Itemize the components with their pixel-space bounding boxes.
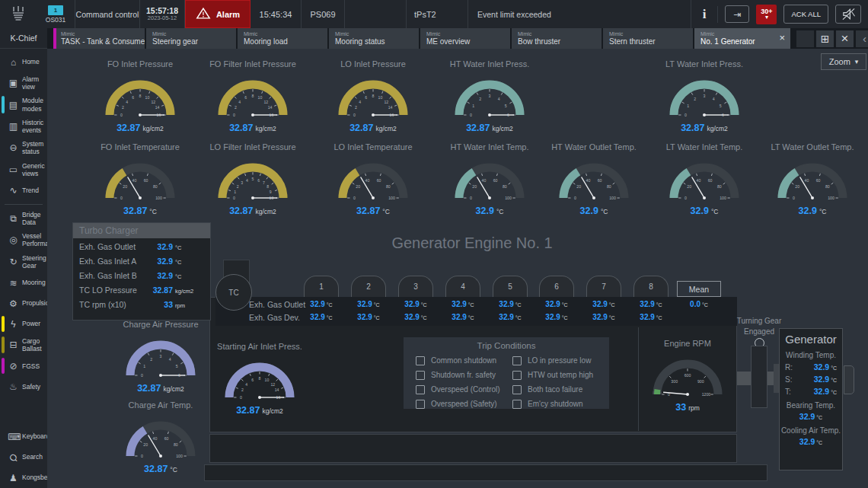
mimic-tab-mooring-load[interactable]: MimicMooring load bbox=[238, 28, 327, 49]
cooling-air-temp-label: Cooling Air Temp. bbox=[780, 426, 842, 435]
svg-text:60: 60 bbox=[598, 178, 602, 183]
sidebar-item-power[interactable]: ϟPower bbox=[0, 314, 47, 334]
fo-inlet-temperature-gauge: FO Inlet Temperature02040608010032.87°C bbox=[83, 142, 197, 216]
tab-label: Mooring status bbox=[335, 37, 419, 46]
alarm-view-icon: ▣ bbox=[8, 78, 19, 88]
svg-text:12: 12 bbox=[263, 100, 268, 104]
svg-text:0: 0 bbox=[240, 395, 242, 400]
zoom-button[interactable]: Zoom ▾ bbox=[821, 53, 866, 70]
lo-inlet-temperature-gauge: LO Inlet Temperature02040608010032.87°C bbox=[316, 142, 430, 216]
tab-tool-disabled-button[interactable] bbox=[796, 30, 814, 47]
checkbox[interactable] bbox=[416, 371, 425, 380]
sidebar-item-historic-events[interactable]: ▥Historic events bbox=[0, 116, 47, 137]
cylinder-2: 2 bbox=[351, 276, 386, 297]
checkbox[interactable] bbox=[512, 400, 522, 409]
sidebar-item-home[interactable]: ⌂Home bbox=[0, 52, 47, 72]
tab-kind-label: Mimic bbox=[518, 31, 602, 37]
sidebar-item-propulsion[interactable]: ⚙Propulsion bbox=[0, 293, 47, 314]
sidebar-item-module-modes[interactable]: ▤Module modes bbox=[0, 94, 47, 115]
gauge-title: HT Water Outlet Temp. bbox=[551, 142, 637, 154]
mimic-tab-no-1-generator[interactable]: MimicNo. 1 Generator× bbox=[694, 28, 790, 49]
sidebar-item-fgss[interactable]: ⊘FGSS bbox=[0, 356, 47, 376]
sidebar-item-trend[interactable]: ∿Trend bbox=[0, 180, 47, 201]
sidebar-item-generic-views[interactable]: ▭Generic views bbox=[0, 159, 47, 180]
sidebar-item-vessel-performan[interactable]: ◎Vessel Performan... bbox=[0, 229, 47, 250]
checkbox[interactable] bbox=[416, 400, 425, 409]
svg-text:10: 10 bbox=[145, 95, 150, 100]
trip-condition[interactable]: Shutdown fr. safety bbox=[416, 368, 512, 382]
checkbox[interactable] bbox=[512, 385, 522, 394]
cylinder-value: 32.9°C bbox=[347, 300, 390, 308]
tile-windows-icon[interactable]: ⊞ bbox=[816, 30, 834, 47]
trip-condition[interactable]: HTW out temp high bbox=[512, 368, 609, 382]
mimic-canvas: Zoom ▾ Generator Engine No. 1 TC 1234567… bbox=[47, 49, 868, 488]
trip-condition[interactable]: Both taco failure bbox=[512, 382, 609, 397]
svg-text:14: 14 bbox=[155, 105, 160, 110]
tab-label: Stern thruster bbox=[609, 37, 693, 46]
tag-field-2: tPsT2 bbox=[407, 0, 468, 28]
active-indicator bbox=[2, 336, 5, 353]
sidebar-item-label: Steering Gear bbox=[22, 254, 46, 270]
tab-label: Steering gear bbox=[152, 37, 236, 46]
gauge-value: 32.9°C bbox=[476, 206, 504, 216]
gauge-value: 32.87°C bbox=[144, 464, 177, 474]
alarm-count-badge[interactable]: 30+ ▾ bbox=[756, 5, 777, 24]
sidebar-item-alarm-view[interactable]: ▣Alarm view bbox=[0, 72, 47, 94]
bridge-data-icon: ⧉ bbox=[8, 213, 19, 224]
svg-text:40: 40 bbox=[586, 178, 591, 183]
info-icon[interactable]: i bbox=[698, 7, 711, 22]
svg-text:20: 20 bbox=[795, 184, 799, 189]
sidebar-item-mooring[interactable]: ≋Mooring bbox=[0, 273, 47, 293]
svg-text:2: 2 bbox=[694, 97, 696, 101]
bearing-temp-label: Bearing Temp. bbox=[780, 401, 842, 410]
checkbox[interactable] bbox=[416, 385, 425, 394]
sidebar-item-search[interactable]: ϘSearch bbox=[0, 447, 47, 467]
ack-all-button[interactable]: ACK ALL bbox=[783, 5, 828, 24]
svg-text:100: 100 bbox=[720, 196, 726, 200]
gauge-value: 32.87kg/cm2 bbox=[116, 123, 164, 133]
cylinder-5: 5 bbox=[493, 276, 528, 297]
svg-text:80: 80 bbox=[825, 184, 830, 189]
gauge-value: 32.87°C bbox=[123, 206, 157, 216]
trip-condition[interactable]: Overspeed (Safety) bbox=[416, 397, 512, 411]
sidebar-item-kongsberg[interactable]: ♟Kongsberg bbox=[0, 467, 47, 488]
svg-text:20: 20 bbox=[687, 184, 691, 189]
svg-text:0: 0 bbox=[793, 196, 795, 200]
checkbox[interactable] bbox=[512, 356, 522, 365]
svg-text:0: 0 bbox=[353, 196, 356, 200]
sidebar-item-system-status[interactable]: ⊖System status bbox=[0, 137, 47, 158]
kongsberg-logo-icon bbox=[0, 0, 37, 28]
close-all-icon[interactable]: × bbox=[836, 30, 854, 47]
svg-text:20: 20 bbox=[143, 442, 148, 447]
checkbox[interactable] bbox=[416, 356, 425, 365]
close-tab-icon[interactable]: × bbox=[779, 33, 785, 44]
operator-station[interactable]: 1 OS031 bbox=[37, 0, 75, 28]
mimic-tab-task-tank-consumers[interactable]: MimicTASK - Tank & Consumers bbox=[53, 28, 145, 49]
horn-silence-icon[interactable] bbox=[835, 5, 861, 24]
checkbox[interactable] bbox=[512, 371, 522, 380]
tab-label: ME overview bbox=[426, 37, 510, 46]
trip-condition[interactable]: Overspeed (Control) bbox=[416, 382, 512, 397]
sidebar-item-bridge-data[interactable]: ⧉Bridge Data bbox=[0, 208, 47, 229]
trip-condition[interactable]: LO in pressure low bbox=[512, 353, 609, 368]
trip-condition[interactable]: Em'cy shutdown bbox=[512, 397, 609, 411]
alarm-button[interactable]: Alarm bbox=[185, 0, 251, 28]
svg-text:14: 14 bbox=[275, 388, 279, 392]
sidebar-item-steering-gear[interactable]: ↻Steering Gear bbox=[0, 251, 47, 273]
trip-condition[interactable]: Common shutdown bbox=[416, 353, 512, 368]
sidebar-item-keyboard[interactable]: ⌨Keyboard bbox=[0, 426, 47, 447]
svg-text:12: 12 bbox=[384, 100, 388, 104]
svg-text:100: 100 bbox=[828, 196, 834, 200]
sidebar-item-cargo-ballast[interactable]: ⊟Cargo Ballast bbox=[0, 334, 47, 356]
gauge-dial: 0123456 bbox=[115, 331, 206, 383]
mimic-tab-steering-gear[interactable]: MimicSteering gear bbox=[146, 28, 236, 49]
mimic-tab-me-overview[interactable]: MimicME overview bbox=[420, 28, 510, 49]
svg-text:6: 6 bbox=[244, 95, 247, 100]
mimic-tab-mooring-status[interactable]: MimicMooring status bbox=[329, 28, 419, 49]
mimic-tab-bow-thruster[interactable]: MimicBow thruster bbox=[512, 28, 602, 49]
tab-scroll-left-icon[interactable]: ‹ bbox=[856, 30, 868, 47]
login-icon[interactable]: ⇥ bbox=[725, 5, 749, 23]
mimic-tab-stern-thruster[interactable]: MimicStern thruster bbox=[603, 28, 693, 49]
sidebar-item-safety[interactable]: ♨Safety bbox=[0, 376, 47, 397]
svg-text:5: 5 bbox=[505, 104, 507, 108]
